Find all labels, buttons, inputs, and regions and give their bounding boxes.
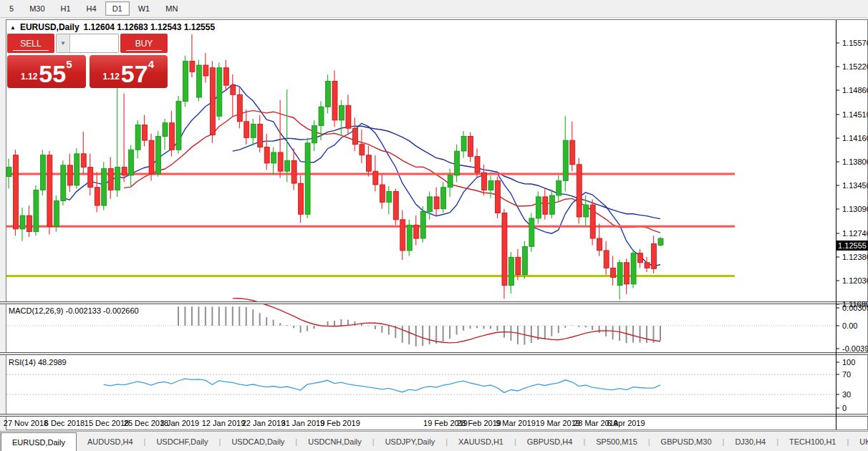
- date-axis-label: 9 Feb 2019: [320, 419, 360, 427]
- axis-label: 1.13450: [842, 181, 868, 190]
- chart-tab-gbpusd[interactable]: GBPUSD,M30: [650, 432, 723, 451]
- axis-label: 1.14160: [842, 134, 868, 142]
- one-click-trading-panel: SELL ▼ ▲ BUY 1.12 55 5 1.12 57 4: [7, 34, 168, 88]
- axis-label: 70: [842, 370, 851, 379]
- axis-label: 100: [842, 358, 855, 367]
- chart-tab-usdcad[interactable]: USDCAD,Daily: [221, 432, 295, 451]
- collapse-triangle-icon[interactable]: ▲: [10, 24, 16, 31]
- current-price-badge: 1.12555: [836, 241, 868, 251]
- axis-label: 0.003095: [842, 304, 868, 312]
- chart-tab-sp500[interactable]: SP500,M15: [585, 432, 647, 451]
- chart-title: ▲ EURUSD,Daily 1.12604 1.12683 1.12543 1…: [10, 22, 215, 32]
- chart-tab-xauusd[interactable]: XAUUSD,H1: [448, 432, 514, 451]
- chart-tab-usdchf[interactable]: USDCHF,Daily: [145, 432, 218, 451]
- chart-tab-usdjpy[interactable]: USDJPY,Daily: [375, 432, 446, 451]
- axis-label: 1.14860: [842, 86, 868, 94]
- price-axis-separator: [836, 20, 836, 430]
- rsi-dates-splitter[interactable]: [0, 414, 868, 417]
- rsi-line: [104, 379, 660, 392]
- chart-tab-eurusd[interactable]: EURUSD,Daily: [1, 432, 77, 451]
- date-axis-label: 6 Dec 2018: [44, 419, 85, 427]
- date-axis-label: 9 Mar 2019: [496, 419, 536, 427]
- axis-label: 0: [842, 404, 847, 412]
- date-axis-label: 22 Jan 2019: [242, 419, 286, 427]
- chart-tab-uko[interactable]: UKO: [849, 432, 868, 451]
- buy-price-main: 57: [121, 64, 148, 84]
- chart-tab-usdcnh[interactable]: USDCNH,Daily: [297, 432, 372, 451]
- date-axis-label: 12 Jan 2019: [202, 419, 246, 427]
- axis-label: 0.00: [842, 321, 857, 330]
- axis-label: 1.13800: [842, 157, 868, 166]
- macd-rsi-splitter[interactable]: [0, 352, 868, 355]
- buy-price-pip: 4: [148, 58, 154, 70]
- rsi-indicator-label: RSI(14) 48.2989: [9, 358, 67, 367]
- chart-tab-audusd[interactable]: AUDUSD,H4: [77, 432, 144, 451]
- buy-price-prefix: 1.12: [102, 72, 119, 82]
- date-axis-label: 28 Feb 2019: [457, 419, 501, 427]
- date-axis-label: 31 Jan 2019: [281, 419, 325, 427]
- ohlc-values: 1.12604 1.12683 1.12543 1.12555: [84, 22, 216, 32]
- buy-button[interactable]: BUY: [120, 34, 168, 53]
- buy-button-label: BUY: [135, 39, 153, 49]
- moving-average-line-9: [63, 84, 660, 266]
- main-macd-splitter[interactable]: [0, 301, 868, 304]
- chart-tab-gbpusd[interactable]: GBPUSD,H4: [516, 432, 584, 451]
- axis-label: 30: [842, 390, 851, 399]
- sell-button[interactable]: SELL: [7, 34, 54, 53]
- macd-signal-line: [233, 299, 660, 343]
- macd-indicator-label: MACD(12,26,9) -0.002133 -0.002660: [9, 306, 139, 315]
- chart-tab-tech100[interactable]: TECH100,H1: [778, 432, 847, 451]
- volume-stepper: ▼ ▲: [56, 34, 119, 53]
- sell-price-pip: 5: [66, 58, 72, 70]
- symbol-tab-bar: EURUSD,DailyAUDUSD,H4|USDCHF,Daily|USDCA…: [0, 431, 868, 451]
- axis-label: 1.14510: [842, 110, 868, 119]
- axis-label: 1.13090: [842, 205, 868, 213]
- trading-app-window: 5M30H1H4D1W1MN ▲ EURUSD,Daily 1.12604 1.…: [0, 0, 868, 451]
- volume-input[interactable]: [70, 34, 119, 52]
- sell-price-main: 55: [39, 64, 66, 84]
- volume-decrease-icon[interactable]: ▼: [57, 34, 70, 52]
- axis-label: 1.15570: [842, 39, 868, 47]
- sell-price-tile[interactable]: 1.12 55 5: [7, 55, 86, 88]
- date-axis-label: 3 Jan 2019: [160, 419, 199, 427]
- chart-tab-dj30[interactable]: DJ30,H4: [724, 432, 776, 451]
- axis-label: 1.12030: [842, 276, 868, 285]
- symbol-label: EURUSD,Daily: [20, 22, 79, 32]
- sell-price-prefix: 1.12: [21, 72, 37, 82]
- axis-label: 1.12740: [842, 229, 868, 238]
- sell-button-label: SELL: [20, 39, 41, 49]
- axis-label: -0.003947: [842, 344, 868, 353]
- axis-label: 1.12380: [842, 253, 868, 261]
- date-axis-label: 6 Apr 2019: [607, 419, 645, 427]
- buy-price-tile[interactable]: 1.12 57 4: [90, 55, 168, 88]
- date-axis-label: 15 Dec 2018: [85, 419, 129, 427]
- date-axis-label: 27 Nov 2018: [4, 419, 48, 427]
- axis-label: 1.15220: [842, 62, 868, 71]
